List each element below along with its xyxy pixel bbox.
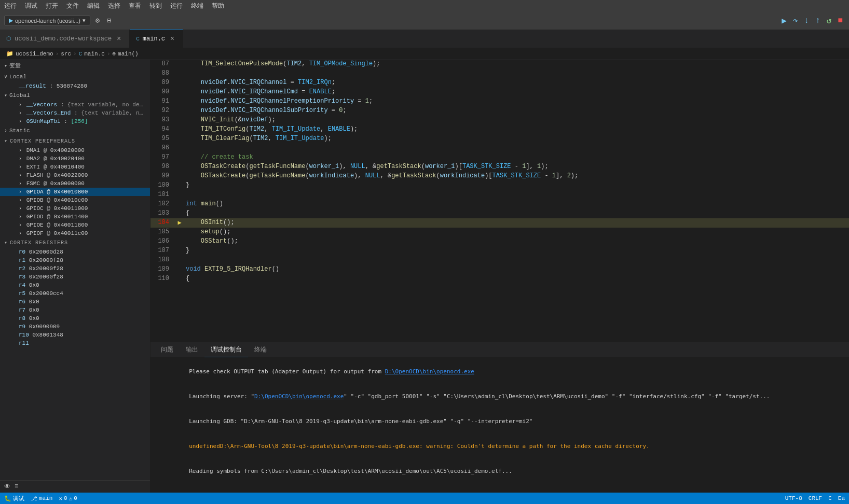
reg-r10[interactable]: r10 0x8001348 bbox=[0, 331, 150, 339]
table-row: 88 bbox=[150, 69, 849, 78]
table-row: 110 { bbox=[150, 274, 849, 284]
status-branch[interactable]: ⎇ main bbox=[31, 495, 52, 502]
reg-r5[interactable]: r5 0x20000cc4 bbox=[0, 289, 150, 298]
code-editor[interactable]: 87 TIM_SelectOnePulseMode(TIM2, TIM_OPMo… bbox=[150, 60, 849, 342]
sidebar-dma1[interactable]: › DMA1 @ 0x40020000 bbox=[0, 146, 150, 155]
settings-icon[interactable]: ⚙ bbox=[93, 17, 102, 25]
menu-goto[interactable]: 转到 bbox=[149, 2, 162, 10]
reg-r4[interactable]: r4 0x0 bbox=[0, 281, 150, 289]
step-out-button[interactable]: ↑ bbox=[813, 15, 823, 26]
chevron-cortex-peripherals-icon: ▾ bbox=[4, 138, 8, 144]
menu-edit[interactable]: 编辑 bbox=[87, 2, 100, 10]
status-line-ending[interactable]: CRLF bbox=[809, 495, 822, 501]
r0-val: 0x20000d28 bbox=[29, 249, 63, 255]
menu-file[interactable]: 文件 bbox=[66, 2, 79, 10]
sidebar-dma2[interactable]: › DMA2 @ 0x40020400 bbox=[0, 155, 150, 163]
tab-mainc-close[interactable]: × bbox=[168, 35, 176, 43]
line-num-108: 108 bbox=[150, 256, 175, 265]
step-into-button[interactable]: ↓ bbox=[802, 15, 812, 26]
reg-r6[interactable]: r6 0x0 bbox=[0, 298, 150, 306]
line-num-91: 91 bbox=[150, 97, 175, 106]
bc-part2[interactable]: src bbox=[61, 51, 71, 57]
reg-r0[interactable]: r0 0x20000d28 bbox=[0, 248, 150, 256]
reg-r2[interactable]: r2 0x20000f28 bbox=[0, 264, 150, 273]
tab-mainc[interactable]: C main.c × bbox=[130, 30, 183, 48]
reg-r9[interactable]: r9 0x9090909 bbox=[0, 323, 150, 331]
tab-problems[interactable]: 问题 bbox=[155, 343, 180, 357]
chevron-static-icon: › bbox=[4, 128, 7, 134]
reg-r8[interactable]: r8 0x0 bbox=[0, 314, 150, 323]
bc-part4[interactable]: main() bbox=[118, 51, 139, 57]
cortex-peripherals-label: CORTEX PERIPHERALS bbox=[10, 138, 75, 144]
code-line-94: TIM_ITConfig(TIM2, TIM_IT_Update, ENABLE… bbox=[184, 125, 849, 134]
tab-terminal[interactable]: 终端 bbox=[248, 343, 273, 357]
sidebar-cortex-peripherals-header[interactable]: ▾ CORTEX PERIPHERALS bbox=[0, 136, 150, 146]
menu-run[interactable]: 运行 bbox=[4, 2, 17, 10]
sidebar-gpioa[interactable]: › GPIOA @ 0x40010800 bbox=[0, 188, 150, 196]
log-link-server[interactable]: D:\OpenOCD\bin\openocd.exe bbox=[254, 393, 344, 400]
status-errors[interactable]: ✕ 0 ⚠ 0 bbox=[59, 495, 77, 502]
status-language[interactable]: C bbox=[828, 495, 832, 501]
restart-button[interactable]: ↺ bbox=[825, 15, 834, 27]
sidebar-local-header[interactable]: ∨ Local bbox=[0, 72, 150, 82]
status-debug[interactable]: 🐛 调试 bbox=[4, 495, 24, 502]
panel-content[interactable]: Please check OUTPUT tab (Adapter Output)… bbox=[150, 357, 849, 493]
split-icon[interactable]: ⊟ bbox=[105, 17, 113, 25]
menu-select[interactable]: 选择 bbox=[108, 2, 120, 10]
code-line-89: nvicDef.NVIC_IRQChannel = TIM2_IRQn; bbox=[184, 78, 849, 88]
callstack-icon[interactable]: ≡ bbox=[15, 483, 18, 491]
sidebar-exti[interactable]: › EXTI @ 0x40010400 bbox=[0, 163, 150, 171]
expand-gpioa-icon: › bbox=[19, 189, 22, 195]
code-line-91: nvicDef.NVIC_IRQChannelPreemptionPriorit… bbox=[184, 97, 849, 106]
sidebar-vectors-end[interactable]: › __Vectors_End : {text variable, no de.… bbox=[0, 109, 150, 117]
bc-part3[interactable]: main.c bbox=[84, 51, 105, 57]
tab-workspace[interactable]: ⬡ ucosii_demo.code-workspace × bbox=[0, 30, 130, 48]
sidebar-gpiof[interactable]: › GPIOF @ 0x40011c00 bbox=[0, 229, 150, 237]
gutter-109 bbox=[175, 265, 184, 274]
reg-r11[interactable]: r11 bbox=[0, 339, 150, 347]
table-row: 99 OSTaskCreate(getTaskFuncName(workIndi… bbox=[150, 172, 849, 181]
sidebar-global-header[interactable]: ▾ Global bbox=[0, 90, 150, 101]
step-over-button[interactable]: ↷ bbox=[791, 15, 800, 27]
tab-debug-console[interactable]: 调试控制台 bbox=[204, 343, 248, 357]
menu-terminal[interactable]: 终端 bbox=[191, 2, 203, 10]
sidebar-fsmc[interactable]: › FSMC @ 0xa0000000 bbox=[0, 179, 150, 188]
sidebar-cortex-registers-header[interactable]: ▾ CORTEX REGISTERS bbox=[0, 237, 150, 248]
sidebar-local-result[interactable]: __result : 536874280 bbox=[0, 82, 150, 90]
sidebar-flash[interactable]: › FLASH @ 0x40022000 bbox=[0, 171, 150, 179]
bc-part1[interactable]: ucosii_demo bbox=[16, 51, 53, 57]
r1-val: 0x20000f28 bbox=[29, 257, 63, 263]
bottom-text-label: Ea bbox=[838, 495, 845, 501]
reg-r3[interactable]: r3 0x20000f28 bbox=[0, 273, 150, 281]
status-encoding[interactable]: UTF-8 bbox=[785, 495, 802, 501]
r10-val: 0x8001348 bbox=[32, 332, 63, 338]
stop-button[interactable]: ■ bbox=[836, 15, 845, 26]
menu-debug[interactable]: 调试 bbox=[25, 2, 37, 10]
line-num-97: 97 bbox=[150, 153, 175, 162]
sidebar-osunmaptbl[interactable]: › OSUnMapTbl : [256] bbox=[0, 117, 150, 125]
sidebar-gpiod[interactable]: › GPIOD @ 0x40011400 bbox=[0, 213, 150, 221]
menu-open[interactable]: 打开 bbox=[46, 2, 58, 10]
log-text-3: Launching GDB: "D:\Arm-GNU-Tool\8 2019-q… bbox=[189, 418, 532, 425]
tab-output[interactable]: 输出 bbox=[180, 343, 204, 357]
sidebar-static-header[interactable]: › Static bbox=[0, 125, 150, 136]
menu-view[interactable]: 查看 bbox=[129, 2, 141, 10]
sidebar-gpioe[interactable]: › GPIOE @ 0x40011800 bbox=[0, 221, 150, 229]
menu-run2[interactable]: 运行 bbox=[170, 2, 183, 10]
r7-key: r7 bbox=[19, 307, 25, 313]
r8-key: r8 bbox=[19, 315, 25, 321]
line-num-100: 100 bbox=[150, 181, 175, 190]
tab-workspace-close[interactable]: × bbox=[115, 35, 123, 43]
line-num-95: 95 bbox=[150, 134, 175, 144]
debug-config-button[interactable]: ▶ openocd-launch (ucosii...) ▾ bbox=[4, 16, 90, 25]
reg-r7[interactable]: r7 0x0 bbox=[0, 306, 150, 314]
log-link-openocd[interactable]: D:\OpenOCD\bin\openocd.exe bbox=[385, 368, 474, 375]
watch-icon[interactable]: 👁 bbox=[4, 483, 10, 491]
sidebar-gpiob[interactable]: › GPIOB @ 0x40010c00 bbox=[0, 196, 150, 204]
menu-help[interactable]: 帮助 bbox=[212, 2, 224, 10]
sidebar-header-variables[interactable]: ▾ 变量 bbox=[0, 60, 150, 72]
sidebar-gpioc[interactable]: › GPIOC @ 0x40011000 bbox=[0, 204, 150, 213]
reg-r1[interactable]: r1 0x20000f28 bbox=[0, 256, 150, 264]
sidebar-vectors[interactable]: › __Vectors : {text variable, no debug – bbox=[0, 101, 150, 109]
continue-button[interactable]: ▶ bbox=[779, 15, 789, 27]
